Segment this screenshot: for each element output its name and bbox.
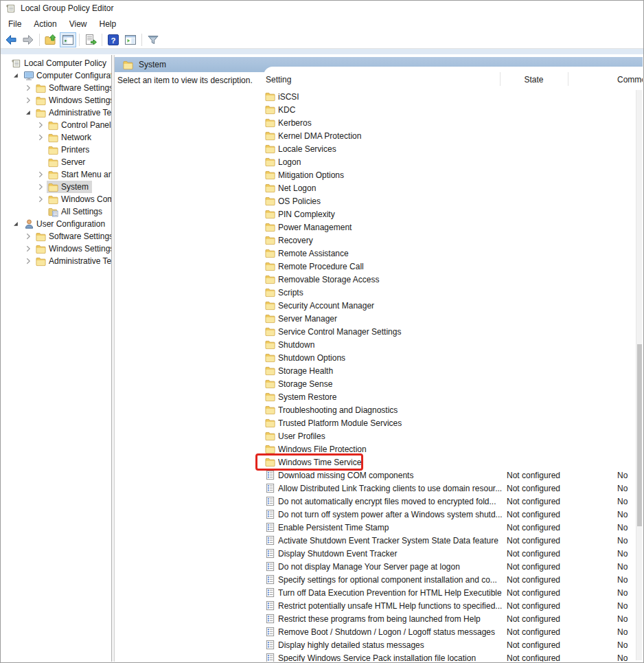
column-header-setting[interactable]: Setting [266,75,291,85]
policy-row-turn-off-data-execution-prevention-for-html-help-executible[interactable]: Turn off Data Execution Prevention for H… [264,586,643,599]
chevron-right-icon[interactable] [22,256,34,267]
folder-row-storage-health[interactable]: Storage Health [264,364,643,377]
chevron-right-icon[interactable] [22,95,34,106]
show-console-tree-button[interactable] [60,32,76,47]
folder-row-mitigation-options[interactable]: Mitigation Options [264,168,643,181]
chevron-right-icon[interactable] [34,181,47,192]
tree-item-windows-settings[interactable]: Windows Settings [1,243,111,255]
folder-row-power-management[interactable]: Power Management [264,221,643,234]
chevron-right-icon[interactable] [34,132,47,143]
tree-item-printers[interactable]: Printers [1,144,111,156]
folder-row-pin-complexity[interactable]: PIN Complexity [264,207,643,221]
tree-item-network[interactable]: Network [1,131,111,144]
chevron-down-icon[interactable] [10,70,22,81]
policy-row-display-highly-detailed-status-messages[interactable]: Display highly detailed status messagesN… [264,638,643,651]
policy-row-specify-windows-service-pack-installation-file-location[interactable]: Specify Windows Service Pack installatio… [264,651,643,662]
policy-row-restrict-these-programs-from-being-launched-from-help[interactable]: Restrict these programs from being launc… [264,612,643,625]
menu-item-help[interactable]: Help [93,17,123,31]
folder-row-removable-storage-access[interactable]: Removable Storage Access [264,273,643,286]
folder-row-kerberos[interactable]: Kerberos [264,116,643,129]
folder-row-iscsi[interactable]: iSCSI [264,90,643,103]
tree-item-windows-settings[interactable]: Windows Settings [1,94,111,106]
folder-row-trusted-platform-module-services[interactable]: Trusted Platform Module Services [264,416,643,429]
policy-row-download-missing-com-components[interactable]: Download missing COM componentsNot confi… [264,469,643,482]
policy-row-do-not-turn-off-system-power-after-a-windows-system-shutd[interactable]: Do not turn off system power after a Win… [264,508,643,521]
policy-row-allow-distributed-link-tracking-clients-to-use-domain-resour[interactable]: Allow Distributed Link Tracking clients … [264,482,643,495]
tree-item-start-menu-and-taskbar[interactable]: Start Menu and Taskbar [1,168,111,181]
chevron-right-icon[interactable] [34,120,47,131]
policy-row-enable-persistent-time-stamp[interactable]: Enable Persistent Time StampNot configur… [264,521,643,534]
tree-item-computer-configuration[interactable]: Computer Configuration [1,69,111,82]
folder-row-os-policies[interactable]: OS Policies [264,194,643,207]
chevron-down-icon[interactable] [10,218,22,229]
folder-row-windows-file-protection[interactable]: Windows File Protection [264,442,643,456]
folder-row-shutdown[interactable]: Shutdown [264,338,643,351]
folder-row-server-manager[interactable]: Server Manager [264,312,643,325]
folder-row-storage-sense[interactable]: Storage Sense [264,377,643,390]
folder-row-recovery[interactable]: Recovery [264,234,643,247]
folder-row-user-profiles[interactable]: User Profiles [264,429,643,442]
vertical-scrollbar[interactable] [636,90,642,660]
folder-row-windows-time-service[interactable]: Windows Time Service [264,456,643,469]
chevron-right-icon[interactable] [22,231,34,242]
tree-item-server[interactable]: Server [1,156,111,168]
tree-item-administrative-templates[interactable]: Administrative Templates [1,255,111,267]
tree-item-local-computer-policy[interactable]: Local Computer Policy [1,57,111,69]
setting-name: Server Manager [278,314,507,324]
column-header-comment[interactable]: Comment [617,75,643,85]
back-button[interactable] [3,32,19,47]
folder-row-kdc[interactable]: KDC [264,103,643,116]
folder-icon [265,287,275,297]
tree-item-label: System [61,181,89,192]
tree-item-windows-components[interactable]: Windows Components [1,193,111,205]
column-separator[interactable] [568,72,568,86]
scrollbar-thumb[interactable] [637,344,642,526]
folder-row-scripts[interactable]: Scripts [264,286,643,299]
folder-icon [265,405,275,415]
chevron-right-icon[interactable] [34,169,47,180]
tree-item-label: Administrative Templates [49,107,111,118]
folder-row-remote-procedure-call[interactable]: Remote Procedure Call [264,260,643,273]
setting-name: Scripts [278,288,507,297]
folder-row-shutdown-options[interactable]: Shutdown Options [264,351,643,364]
folder-icon [265,392,275,402]
chevron-right-icon[interactable] [22,243,34,254]
help-button[interactable]: ? [105,32,122,47]
up-one-level-button[interactable] [43,32,59,47]
folder-row-logon[interactable]: Logon [264,155,643,168]
tree-item-software-settings[interactable]: Software Settings [1,82,111,94]
tree-item-control-panel[interactable]: Control Panel [1,119,111,131]
folder-row-net-logon[interactable]: Net Logon [264,181,643,194]
tree-item-label: Server [61,157,85,168]
tree-item-all-settings[interactable]: All Settings [1,205,111,218]
menu-item-file[interactable]: File [2,17,27,31]
column-header-state[interactable]: State [500,75,568,85]
menu-item-action[interactable]: Action [27,17,62,31]
folder-row-locale-services[interactable]: Locale Services [264,142,643,155]
folder-row-security-account-manager[interactable]: Security Account Manager [264,299,643,312]
filter-button[interactable] [145,32,161,47]
tree-item-system[interactable]: System [1,181,111,193]
policy-row-do-not-display-manage-your-server-page-at-logon[interactable]: Do not display Manage Your Server page a… [264,560,643,573]
export-list-button[interactable] [82,32,99,47]
folder-row-troubleshooting-and-diagnostics[interactable]: Troubleshooting and Diagnostics [264,403,643,416]
policy-row-restrict-potentially-unsafe-html-help-functions-to-specified[interactable]: Restrict potentially unsafe HTML Help fu… [264,599,643,612]
forward-button[interactable] [20,32,36,47]
policy-row-do-not-automatically-encrypt-files-moved-to-encrypted-fold[interactable]: Do not automatically encrypt files moved… [264,495,643,508]
chevron-right-icon[interactable] [34,194,47,205]
tree-item-administrative-templates[interactable]: Administrative Templates [1,106,111,119]
policy-row-specify-settings-for-optional-component-installation-and-co[interactable]: Specify settings for optional component … [264,573,643,586]
folder-row-service-control-manager-settings[interactable]: Service Control Manager Settings [264,325,643,338]
policy-row-display-shutdown-event-tracker[interactable]: Display Shutdown Event TrackerNot config… [264,547,643,560]
show-action-pane-button[interactable] [122,32,139,47]
folder-row-kernel-dma-protection[interactable]: Kernel DMA Protection [264,129,643,142]
policy-row-remove-boot-shutdown-logon-logoff-status-messages[interactable]: Remove Boot / Shutdown / Logon / Logoff … [264,625,643,638]
tree-item-software-settings[interactable]: Software Settings [1,230,111,243]
folder-row-remote-assistance[interactable]: Remote Assistance [264,247,643,260]
tree-item-user-configuration[interactable]: User Configuration [1,218,111,230]
chevron-right-icon[interactable] [22,82,34,93]
policy-row-activate-shutdown-event-tracker-system-state-data-feature[interactable]: Activate Shutdown Event Tracker System S… [264,534,643,547]
folder-row-system-restore[interactable]: System Restore [264,390,643,403]
chevron-down-icon[interactable] [22,107,34,118]
menu-item-view[interactable]: View [63,17,93,31]
